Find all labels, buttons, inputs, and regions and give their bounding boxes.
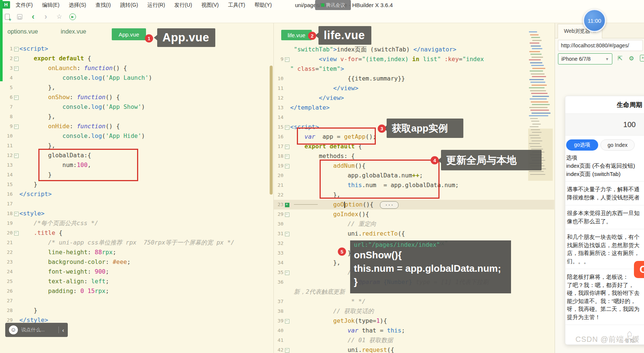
nav-link-index[interactable]: index页面 (不会有返回按钮) xyxy=(566,162,644,170)
fold-marker-icon[interactable] xyxy=(13,228,19,238)
fold-marker-icon[interactable] xyxy=(13,54,19,63)
code-line[interactable]: 26 padding: 0 15rpx; xyxy=(3,286,266,296)
chevron-down-icon: ▼ xyxy=(605,57,609,61)
code-line[interactable]: 20 .title { xyxy=(3,228,266,238)
joke-item: 遇事不决量子力学，解释不通降很难想像，人要没钱想死者 xyxy=(565,181,644,205)
fold-marker-icon[interactable] xyxy=(283,161,290,171)
menu-item[interactable]: 查找(I) xyxy=(95,2,111,9)
code-line[interactable]: 41 // 01 获取数据 xyxy=(274,335,554,345)
terminal-icon[interactable]: >_ xyxy=(640,55,644,62)
fold-marker-icon[interactable] xyxy=(283,151,290,161)
tab-index-vue[interactable]: index.vue xyxy=(61,28,86,35)
code-line[interactable]: 10 {{item.summary}} xyxy=(274,74,554,83)
device-select[interactable]: iPhone 6/7/8 ▼ xyxy=(558,53,612,64)
code-line[interactable]: 24 font-weight: 900; xyxy=(3,267,266,277)
save-button[interactable] xyxy=(15,10,25,23)
code-line[interactable]: 31 uni.redirectTo({ xyxy=(274,229,554,239)
chat-input-placeholder[interactable]: 说点什么... xyxy=(21,327,55,333)
new-file-button[interactable]: + xyxy=(2,10,12,23)
menu-item[interactable]: 运行(R) xyxy=(147,2,165,9)
right-editor-code[interactable]: "switchTab">index页面 (switchTab) </naviga… xyxy=(274,45,554,353)
code-line[interactable]: 25 text-align: left; xyxy=(3,277,266,286)
code-line[interactable]: 17 xyxy=(3,199,266,209)
menu-item[interactable]: 选择(S) xyxy=(69,2,86,9)
code-line[interactable]: 40 var that = this; xyxy=(274,326,554,335)
tab-options-vue[interactable]: options.vue xyxy=(7,28,38,35)
chat-widget[interactable]: ☺ 说点什么... ‹ xyxy=(5,323,68,337)
fold-marker-icon[interactable] xyxy=(283,200,290,209)
code-line[interactable]: 29 goIndex(){ xyxy=(274,209,554,219)
fold-marker-icon[interactable] xyxy=(283,268,290,277)
fold-marker-icon[interactable] xyxy=(283,209,290,219)
menu-item[interactable]: 编辑(E) xyxy=(42,2,60,9)
fold-marker-icon[interactable] xyxy=(13,209,19,218)
code-line[interactable]: 3 onLaunch: function() { xyxy=(3,63,266,73)
fold-marker-icon[interactable] xyxy=(13,44,19,54)
left-editor-scrollbar[interactable] xyxy=(270,66,273,195)
chat-collapse-button[interactable]: ‹ xyxy=(62,327,64,333)
code-line[interactable]: 27 xyxy=(3,296,266,306)
go-index-button[interactable]: go Index xyxy=(600,139,635,151)
code-line[interactable]: 23 goOption(){ ··· xyxy=(274,200,554,209)
fold-marker-icon[interactable] xyxy=(13,63,19,73)
code-line[interactable]: 23 background-color: #eee; xyxy=(3,257,266,267)
code-text: console.log('App Hide') xyxy=(19,131,145,141)
menu-item[interactable]: 帮助(Y) xyxy=(254,2,272,9)
code-line[interactable]: 38 // 获取笑话的 xyxy=(274,306,554,316)
fold-marker-icon[interactable] xyxy=(13,122,19,131)
code-line[interactable]: 1<script> xyxy=(3,44,266,54)
fold-marker-icon[interactable] xyxy=(283,54,290,64)
code-line[interactable]: 9 onHide: function() { xyxy=(3,122,266,131)
code-line[interactable]: 30 // 重定向 xyxy=(274,219,554,229)
code-line[interactable]: 2 export default { xyxy=(3,54,266,63)
tab-app-vue[interactable]: App.vue xyxy=(112,28,146,40)
menu-item[interactable]: 文件(F) xyxy=(16,2,33,9)
code-line[interactable]: 7 console.log('App Show') xyxy=(3,102,266,112)
code-text: // 01 获取数据 xyxy=(290,335,393,345)
fold-marker-icon[interactable] xyxy=(283,142,290,151)
go-option-button[interactable]: go选项 xyxy=(566,139,598,151)
code-line[interactable]: 12 </view> xyxy=(274,93,554,103)
back-button[interactable]: ‹ xyxy=(28,10,38,23)
code-line[interactable]: 37 * */ xyxy=(274,297,554,306)
code-line[interactable]: 19 /*每个页面公共css */ xyxy=(3,218,266,228)
gear-icon[interactable]: ⚙ xyxy=(629,55,634,62)
favorite-button[interactable]: ☆ xyxy=(54,10,64,23)
code-line[interactable]: 22 line-height: 88rpx; xyxy=(3,248,266,257)
code-line[interactable]: 11 </view> xyxy=(274,83,554,93)
fold-marker-icon[interactable] xyxy=(283,229,290,239)
code-line[interactable]: 28 } xyxy=(3,306,266,315)
menu-item[interactable]: 跳转(G) xyxy=(120,2,138,9)
left-editor-code[interactable]: 1<script>2 export default {3 onLaunch: f… xyxy=(3,44,266,325)
code-line[interactable]: 13</template> xyxy=(274,103,554,113)
code-line[interactable]: 16</script> xyxy=(3,189,266,199)
menu-item[interactable]: 视图(V) xyxy=(202,2,219,9)
forward-button[interactable]: › xyxy=(41,10,51,23)
code-line[interactable]: 9 <view v-for="(item,index) in list" :ke… xyxy=(274,54,554,64)
smiley-icon[interactable]: ☺ xyxy=(9,325,18,334)
code-line[interactable]: 39 getJok(type=1){ xyxy=(274,316,554,326)
code-line[interactable]: 18<style> xyxy=(3,209,266,218)
nav-link-switchtab[interactable]: index页面 (switchTab) xyxy=(566,170,644,178)
code-line[interactable]: "switchTab">index页面 (switchTab) </naviga… xyxy=(274,45,554,54)
line-number: 33 xyxy=(274,248,283,258)
open-external-icon[interactable]: ⇱ xyxy=(618,55,622,62)
code-line[interactable]: 6 onShow: function() { xyxy=(3,92,266,102)
menu-item[interactable]: 工具(T) xyxy=(228,2,245,9)
fold-marker-icon[interactable] xyxy=(13,92,19,102)
code-line[interactable]: 21 /* uni-app css单位推荐 rpx 750rpx等于一个屏幕的宽… xyxy=(3,238,266,248)
code-line[interactable]: 10 console.log('App Hide') xyxy=(3,131,266,141)
code-line[interactable]: 4 console.log('App Launch') xyxy=(3,73,266,83)
fold-marker-icon[interactable] xyxy=(283,316,290,326)
fold-marker-icon[interactable] xyxy=(13,151,19,160)
fold-marker-icon[interactable] xyxy=(283,122,290,132)
code-line[interactable]: 42 uni.request({ xyxy=(274,345,554,353)
code-line[interactable]: 8 }, xyxy=(3,112,266,122)
fold-marker-icon[interactable] xyxy=(283,345,290,353)
tab-life-vue[interactable]: life.vue xyxy=(281,30,312,40)
run-button[interactable]: ▶ xyxy=(68,10,77,23)
url-input[interactable]: http://localhost:8080/#/pages/ xyxy=(558,40,643,51)
code-line[interactable]: 5 }, xyxy=(3,83,266,92)
menu-item[interactable]: 发行(U) xyxy=(174,2,192,9)
code-line[interactable]: " class="item"> xyxy=(274,64,554,74)
